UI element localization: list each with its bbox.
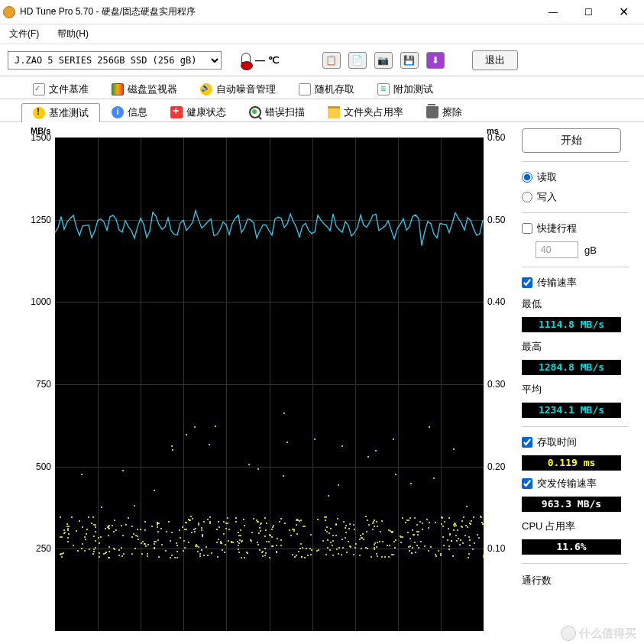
minimize-button[interactable]: —	[536, 1, 571, 24]
thermometer-icon	[241, 53, 251, 68]
min-label: 最低	[522, 297, 629, 311]
tab-disk-monitor[interactable]: 磁盘监视器	[100, 79, 189, 99]
toolbar: J.ZAO 5 SERIES 256GB SSD (256 gB) — ℃ 📋 …	[0, 44, 644, 76]
right-tick: 0.60	[487, 132, 505, 143]
benchmark-chart	[55, 138, 484, 631]
left-tick: 500	[36, 461, 51, 472]
close-button[interactable]: ✕	[606, 1, 641, 24]
tab-file-benchmark[interactable]: 文件基准	[21, 79, 100, 99]
right-tick: 0.50	[487, 215, 505, 225]
access-time-value: 0.119 ms	[522, 455, 621, 471]
start-button[interactable]: 开始	[522, 128, 621, 153]
passes-label: 通行数	[522, 574, 629, 587]
tabs-row-2: 基准测试 i信息 健康状态 错误扫描 文件夹占用率 擦除	[0, 99, 644, 122]
right-tick: 0.40	[487, 296, 505, 307]
access-time-checkbox[interactable]: 存取时间	[522, 435, 629, 449]
max-value: 1284.8 MB/s	[522, 360, 621, 375]
tab-aam[interactable]: 自动噪音管理	[189, 79, 287, 99]
left-tick: 750	[36, 379, 51, 390]
folder-icon	[328, 106, 340, 118]
app-icon	[3, 6, 15, 18]
menu-file[interactable]: 文件(F)	[9, 28, 39, 40]
chart-area: MB/s ms 1500125010007505002500.600.500.4…	[14, 128, 506, 636]
quick-checkbox[interactable]: 快捷行程	[522, 222, 629, 235]
quick-unit: gB	[584, 244, 597, 256]
tab-health[interactable]: 健康状态	[159, 102, 238, 121]
left-tick: 1250	[31, 215, 51, 225]
tab-error-scan[interactable]: 错误扫描	[238, 102, 316, 121]
menu-help[interactable]: 帮助(H)	[57, 28, 89, 40]
right-tick: 0.20	[487, 461, 505, 472]
right-tick: 0.10	[487, 543, 505, 554]
tab-random-access[interactable]: 随机存取	[287, 79, 366, 99]
screenshot-icon[interactable]: 📷	[374, 52, 393, 69]
tab-benchmark[interactable]: 基准测试	[21, 103, 100, 122]
speaker-icon	[200, 83, 212, 95]
extra-icon	[377, 83, 390, 95]
window-title: HD Tune Pro 5.70 - 硬盘/固态硬盘实用程序	[20, 5, 536, 18]
quick-value-input	[536, 241, 578, 258]
left-tick: 250	[36, 543, 51, 554]
maximize-button[interactable]: ☐	[571, 1, 606, 24]
random-icon	[299, 83, 311, 95]
health-icon	[170, 106, 183, 118]
info-icon: i	[112, 106, 124, 118]
watermark-icon	[561, 626, 576, 641]
temperature-value: — ℃	[255, 54, 280, 66]
tab-extra-tests[interactable]: 附加测试	[366, 79, 445, 99]
side-panel: 开始 读取 写入 快捷行程 gB 传输速率 最低 1114.8 MB/s 最高 …	[506, 128, 635, 636]
avg-value: 1234.1 MB/s	[522, 403, 621, 418]
file-icon	[33, 83, 45, 95]
burst-value: 963.3 MB/s	[522, 497, 621, 512]
left-tick: 1500	[31, 132, 51, 143]
exclamation-icon	[33, 107, 45, 119]
read-radio[interactable]: 读取	[522, 170, 629, 184]
monitor-icon	[112, 83, 124, 95]
temperature-display: — ℃	[241, 53, 280, 68]
tab-erase[interactable]: 擦除	[415, 102, 474, 121]
drive-select[interactable]: J.ZAO 5 SERIES 256GB SSD (256 gB)	[8, 51, 222, 70]
save-icon[interactable]: 💾	[400, 52, 419, 69]
watermark: 什么值得买	[561, 626, 636, 641]
main-content: MB/s ms 1500125010007505002500.600.500.4…	[0, 122, 644, 636]
left-tick: 1000	[31, 296, 51, 307]
menu-bar: 文件(F) 帮助(H)	[0, 24, 644, 44]
cpu-value: 11.6%	[522, 539, 621, 555]
avg-label: 平均	[522, 383, 629, 396]
tab-folder-usage[interactable]: 文件夹占用率	[316, 102, 415, 121]
min-value: 1114.8 MB/s	[522, 317, 621, 332]
max-label: 最高	[522, 340, 629, 354]
burst-checkbox[interactable]: 突发传输速率	[522, 477, 629, 490]
cpu-label: CPU 占用率	[522, 519, 629, 533]
trash-icon	[426, 106, 439, 118]
title-bar: HD Tune Pro 5.70 - 硬盘/固态硬盘实用程序 — ☐ ✕	[0, 0, 644, 24]
copy-text-icon[interactable]: 📋	[322, 52, 341, 69]
copy-info-icon[interactable]: 📄	[348, 52, 367, 69]
write-radio[interactable]: 写入	[522, 190, 629, 204]
exit-button[interactable]: 退出	[472, 50, 518, 70]
right-tick: 0.30	[487, 379, 505, 390]
magnifier-icon	[249, 106, 261, 118]
options-icon[interactable]: ⬇	[426, 52, 445, 69]
tab-info[interactable]: i信息	[100, 102, 159, 121]
transfer-rate-checkbox[interactable]: 传输速率	[522, 276, 629, 290]
tabs-row-1: 文件基准 磁盘监视器 自动噪音管理 随机存取 附加测试	[0, 76, 644, 99]
